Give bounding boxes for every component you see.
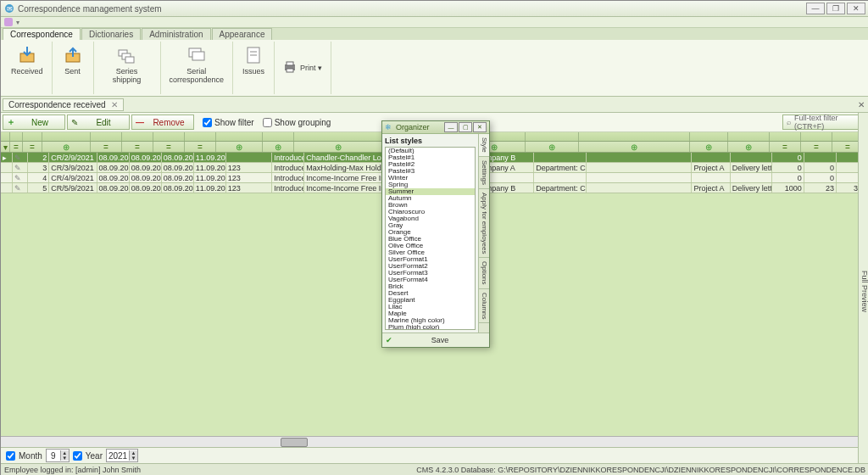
full-text-filter[interactable]: ⌕Full-text filter (CTR+F)	[782, 115, 867, 130]
full-preview-panel[interactable]: Full Preview	[858, 113, 868, 463]
organizer-titlebar[interactable]: ❄ Organizer — ▢ ✕	[382, 121, 489, 134]
organizer-icon: ❄	[385, 123, 393, 131]
statusbar: Employee logged in: [admin] John Smith C…	[1, 463, 868, 475]
status-db: CMS 4.2.3.0 Database: G:\REPOSITORY\DZIE…	[416, 466, 865, 474]
issues-icon	[243, 45, 264, 65]
document-tabs: Correspondence received ✕ ✕	[1, 97, 868, 113]
svg-rect-13	[287, 62, 293, 65]
app-title: Correspondence management system	[18, 4, 162, 14]
ribbon-tabstrip: Correspondence Dictionaries Administrati…	[1, 28, 868, 40]
svg-text:✉: ✉	[7, 5, 13, 13]
minimize-button[interactable]: —	[806, 3, 825, 14]
sent-button[interactable]: Sent	[58, 43, 88, 92]
series-shipping-button[interactable]: Series shipping	[108, 43, 147, 92]
doc-tab-close[interactable]: ✕	[111, 100, 118, 109]
tab-appearance[interactable]: Appearance	[212, 28, 273, 40]
tab-administration[interactable]: Administration	[142, 28, 210, 40]
app-icon: ✉	[4, 3, 14, 14]
svg-rect-14	[287, 69, 293, 72]
tab-dictionaries[interactable]: Dictionaries	[81, 28, 141, 40]
titlebar: ✉ Correspondence management system — ❐ ✕	[1, 1, 868, 17]
year-spinner[interactable]: 2021▲▼	[106, 449, 138, 462]
organizer-dialog: ❄ Organizer — ▢ ✕ List styles (Default)P…	[381, 120, 490, 348]
list-styles-label: List styles	[385, 137, 476, 145]
horizontal-scrollbar[interactable]	[1, 436, 868, 447]
svg-rect-6	[125, 57, 134, 63]
doc-tabs-close-all[interactable]: ✕	[855, 98, 867, 110]
side-tab-settings[interactable]: Settings	[479, 157, 489, 189]
save-button[interactable]: Save	[394, 336, 486, 344]
year-label: Year	[86, 451, 103, 461]
qat-icon[interactable]	[4, 18, 13, 26]
month-spinner[interactable]: 9▲▼	[46, 449, 70, 462]
status-user: Employee logged in: [admin] John Smith	[4, 466, 141, 474]
sent-icon	[63, 45, 83, 65]
serial-correspondence-icon	[186, 45, 207, 65]
side-tab-columns[interactable]: Columns	[479, 289, 489, 324]
issues-button[interactable]: Issues	[237, 43, 270, 92]
serial-correspondence-button[interactable]: Serial correspondence	[164, 43, 230, 92]
side-tab-options[interactable]: Options	[479, 258, 489, 289]
organizer-close[interactable]: ✕	[473, 122, 487, 132]
qat-dropdown[interactable]: ▾	[16, 19, 19, 26]
series-shipping-icon	[117, 45, 137, 65]
remove-button[interactable]: —Remove	[131, 115, 194, 130]
edit-button[interactable]: ✎Edit	[67, 115, 130, 130]
scrollbar-thumb[interactable]	[281, 438, 308, 447]
ribbon: Received Sent Series shipping Serial cor…	[1, 40, 868, 97]
period-bar: Month 9▲▼ Year 2021▲▼	[1, 447, 868, 463]
doc-tab-received[interactable]: Correspondence received ✕	[3, 98, 124, 111]
new-button[interactable]: ＋New	[3, 115, 65, 130]
pencil-icon: ✎	[71, 118, 78, 127]
style-option[interactable]: Plum (high color)	[386, 324, 475, 330]
organizer-min[interactable]: —	[444, 122, 458, 132]
app-window: ✉ Correspondence management system — ❐ ✕…	[0, 0, 868, 475]
organizer-footer: ✔ Save	[382, 332, 489, 347]
year-check[interactable]	[73, 451, 82, 461]
month-label: Month	[19, 451, 42, 461]
styles-listbox[interactable]: (Default)Pastel#1Pastel#2Pastel#3WinterS…	[385, 147, 476, 330]
side-tab-apply[interactable]: Apply for employees	[479, 189, 489, 258]
apply-check-icon[interactable]: ✔	[386, 336, 394, 344]
plus-icon: ＋	[7, 116, 15, 128]
maximize-button[interactable]: ❐	[826, 3, 845, 14]
svg-rect-8	[192, 52, 204, 60]
minus-icon: —	[136, 118, 144, 127]
window-controls: — ❐ ✕	[806, 3, 865, 14]
funnel-icon: ⌕	[787, 118, 791, 126]
month-check[interactable]	[6, 451, 15, 461]
organizer-max[interactable]: ▢	[459, 122, 472, 132]
organizer-side-tabs: Style Settings Apply for employees Optio…	[478, 134, 489, 332]
received-icon	[17, 45, 37, 65]
show-filter-check[interactable]: Show filter	[203, 118, 254, 127]
quick-access-bar: ▾	[1, 17, 868, 28]
print-button[interactable]: Print ▾	[278, 59, 327, 77]
received-button[interactable]: Received	[6, 43, 48, 92]
side-tab-style[interactable]: Style	[479, 134, 489, 157]
close-button[interactable]: ✕	[847, 3, 865, 14]
print-icon	[283, 60, 297, 74]
tab-correspondence[interactable]: Correspondence	[3, 28, 81, 40]
show-grouping-check[interactable]: Show grouping	[263, 118, 331, 127]
